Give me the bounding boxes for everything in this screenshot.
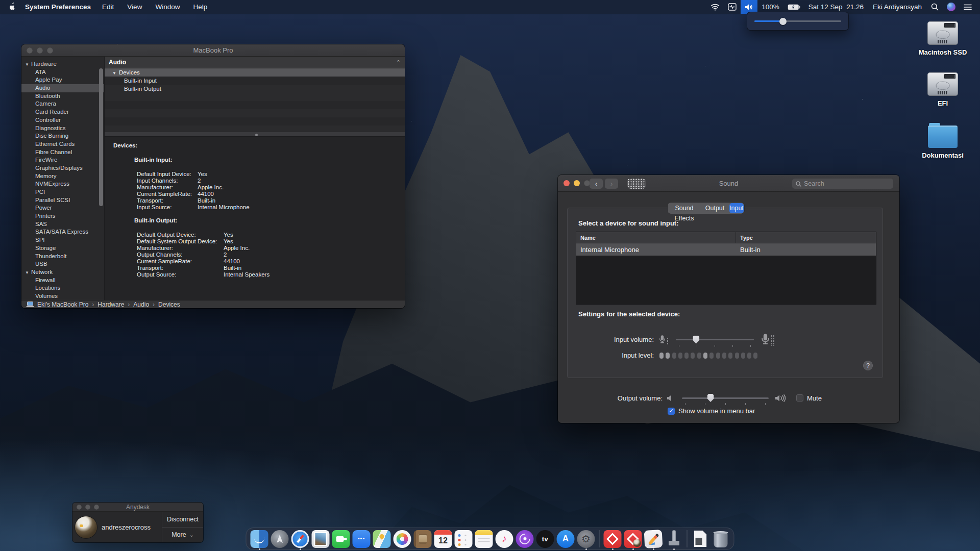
dock-item[interactable] bbox=[685, 528, 690, 549]
dock-item-facetime[interactable] bbox=[332, 528, 351, 549]
device-table-row-internal-microphone[interactable]: Internal Microphone Built-in bbox=[576, 243, 876, 256]
sound-titlebar[interactable]: Sound ‹ › Search bbox=[558, 175, 899, 192]
back-button[interactable]: ‹ bbox=[590, 179, 603, 189]
close-button[interactable] bbox=[27, 47, 33, 54]
menu-clock[interactable]: Sat 12 Sep 21.26 bbox=[804, 3, 868, 11]
sidebar-item[interactable]: Parallel SCSI bbox=[21, 196, 104, 205]
minimize-button[interactable] bbox=[85, 505, 90, 510]
dock-item-finder[interactable] bbox=[250, 528, 269, 549]
sidebar-item[interactable]: Audio bbox=[21, 84, 104, 92]
zoom-button[interactable] bbox=[47, 47, 53, 54]
dock-item-reminders[interactable] bbox=[454, 528, 473, 549]
tree-group-devices[interactable]: Devices bbox=[105, 68, 405, 77]
close-button[interactable] bbox=[564, 180, 570, 186]
input-volume-slider[interactable] bbox=[676, 335, 754, 344]
dock-item-mail[interactable] bbox=[311, 528, 330, 549]
sidebar-item[interactable]: Apple Pay bbox=[21, 76, 104, 84]
dock-item-installer[interactable] bbox=[644, 528, 663, 549]
dock-item-messages[interactable]: ••• bbox=[352, 528, 371, 549]
sidebar-item[interactable]: SATA/SATA Express bbox=[21, 228, 104, 236]
desktop-icon[interactable]: Macintosh SSD bbox=[915, 21, 971, 56]
dock-item-music[interactable]: ♪ bbox=[495, 528, 514, 549]
device-table-header[interactable]: Name Type bbox=[576, 232, 876, 243]
wifi-icon[interactable] bbox=[706, 0, 724, 14]
sidebar-item[interactable]: SAS bbox=[21, 220, 104, 229]
sidebar-item[interactable]: Storage bbox=[21, 244, 104, 253]
show-volume-checkbox[interactable] bbox=[668, 408, 675, 415]
sidebar-item[interactable]: Graphics/Displays bbox=[21, 164, 104, 172]
dock-item[interactable] bbox=[597, 528, 602, 549]
sidebar-item[interactable]: Volumes bbox=[21, 292, 104, 300]
tree-device-row[interactable]: Built-in Input bbox=[105, 77, 405, 85]
sidebar-item[interactable]: Printers bbox=[21, 212, 104, 220]
tab[interactable]: Output bbox=[700, 203, 729, 213]
dock-item-contacts[interactable] bbox=[413, 528, 432, 549]
mute-checkbox[interactable] bbox=[796, 394, 803, 402]
minimize-button[interactable] bbox=[37, 47, 43, 54]
sidebar-item[interactable]: NVMExpress bbox=[21, 180, 104, 188]
disconnect-button[interactable]: Disconnect bbox=[162, 512, 203, 527]
pane-splitter[interactable] bbox=[105, 132, 405, 137]
apple-menu[interactable] bbox=[0, 0, 25, 14]
sidebar-item[interactable]: SPI bbox=[21, 236, 104, 244]
help-button[interactable]: ? bbox=[863, 361, 873, 370]
dock-item-calendar[interactable]: 12 bbox=[434, 528, 453, 549]
menu-item[interactable]: Help bbox=[193, 3, 207, 11]
dock-item-system-preferences[interactable]: ⚙ bbox=[577, 528, 596, 549]
volume-slider-knob[interactable] bbox=[779, 18, 787, 25]
dock-item-safari[interactable] bbox=[291, 528, 310, 549]
menu-item[interactable]: View bbox=[127, 3, 142, 11]
dock-item-anydesk-session[interactable] bbox=[624, 528, 643, 549]
dock-item-notes[interactable] bbox=[475, 528, 494, 549]
forward-button[interactable]: › bbox=[605, 179, 618, 189]
notification-center-icon[interactable] bbox=[960, 0, 980, 14]
sidebar-item[interactable]: Hardware bbox=[21, 60, 104, 68]
breadcrumb-item[interactable]: Devices bbox=[149, 301, 180, 308]
dock-item-podcasts[interactable] bbox=[516, 528, 534, 549]
more-button[interactable]: More ⌄ bbox=[162, 527, 203, 543]
sidebar-item[interactable]: FireWire bbox=[21, 156, 104, 164]
sidebar-item[interactable]: Fibre Channel bbox=[21, 148, 104, 157]
sidebar-item[interactable]: Firewall bbox=[21, 277, 104, 285]
sidebar-item[interactable]: Memory bbox=[21, 172, 104, 181]
tab[interactable]: Input bbox=[729, 203, 744, 213]
input-volume-knob[interactable] bbox=[693, 336, 699, 344]
dock-item-app-store[interactable]: A bbox=[556, 528, 575, 549]
anydesk-menu-icon[interactable] bbox=[724, 0, 741, 14]
search-field[interactable]: Search bbox=[792, 179, 893, 189]
tab[interactable]: Sound Effects bbox=[668, 203, 700, 213]
sidebar-item[interactable]: Card Reader bbox=[21, 108, 104, 116]
tree-device-row[interactable]: Built-in Output bbox=[105, 85, 405, 93]
dock-item-document[interactable] bbox=[691, 528, 710, 549]
zoom-button[interactable] bbox=[94, 505, 99, 510]
user-menu[interactable]: Eki Ardiyansyah bbox=[868, 3, 927, 11]
breadcrumb-item[interactable]: Hardware bbox=[88, 301, 124, 308]
dock-item-maps[interactable] bbox=[373, 528, 391, 549]
desktop-icon[interactable]: Dokumentasi bbox=[915, 123, 971, 159]
sidebar-item[interactable]: Ethernet Cards bbox=[21, 140, 104, 148]
sidebar-item[interactable]: Controller bbox=[21, 116, 104, 124]
sidebar-item[interactable]: PCI bbox=[21, 188, 104, 196]
sidebar-item[interactable]: Diagnostics bbox=[21, 124, 104, 133]
desktop-icon[interactable]: EFI bbox=[915, 72, 971, 107]
dock-item-tv[interactable]: tv bbox=[536, 528, 555, 549]
tree-column-header[interactable]: Audio ⌃ bbox=[105, 57, 405, 68]
show-all-button[interactable] bbox=[627, 179, 646, 189]
dock-item-hardware-tool[interactable] bbox=[665, 528, 683, 549]
dock-item-anydesk[interactable] bbox=[603, 528, 622, 549]
sysinfo-titlebar[interactable]: MacBook Pro bbox=[21, 44, 405, 57]
sidebar-item[interactable]: Bluetooth bbox=[21, 92, 104, 101]
dock-item-photos[interactable] bbox=[393, 528, 412, 549]
sidebar-item[interactable]: Network bbox=[21, 268, 104, 277]
close-button[interactable] bbox=[77, 505, 82, 510]
sidebar-item[interactable]: Power bbox=[21, 204, 104, 212]
breadcrumb-item[interactable]: Audio bbox=[124, 301, 149, 308]
siri-icon[interactable] bbox=[943, 0, 960, 14]
sidebar-item[interactable]: Locations bbox=[21, 284, 104, 292]
volume-slider[interactable] bbox=[754, 18, 841, 25]
output-volume-slider[interactable] bbox=[682, 393, 769, 403]
dock-item-launchpad[interactable] bbox=[271, 528, 289, 549]
sidebar-item[interactable]: Camera bbox=[21, 100, 104, 108]
minimize-button[interactable] bbox=[574, 180, 580, 186]
sidebar-item[interactable]: ATA bbox=[21, 68, 104, 77]
